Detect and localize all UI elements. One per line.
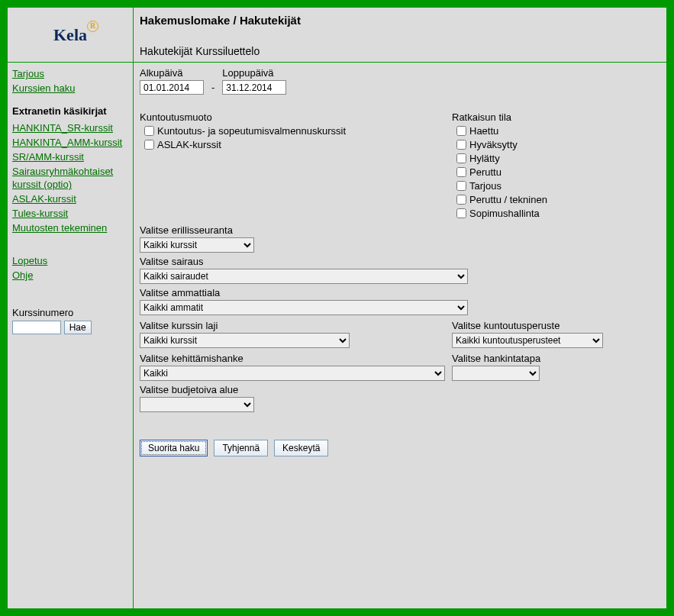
chk-haettu[interactable] [456,126,466,136]
sidebar-link-ohje[interactable]: Ohje [12,269,33,281]
sidebar-link-lopetus[interactable]: Lopetus [12,255,47,266]
sidebar-link-muutosten[interactable]: Muutosten tekeminen [12,222,107,234]
kuntoutusperuste-select[interactable]: Kaikki kuntoutusperusteet [452,333,603,348]
start-date-label: Alkupäivä [140,67,204,79]
sidebar-heading: Extranetin käsikirjat [12,105,131,117]
chk-aslak-kurssit-label: ASLAK-kurssit [157,139,221,150]
page-title: Hakemuslomake / Hakutekijät [140,14,660,27]
erillisseuranta-label: Valitse erillisseuranta [140,224,660,236]
end-date-input[interactable] [222,80,286,95]
kurssinumero-label: Kurssinumero [12,306,131,319]
sidebar-link-tules[interactable]: Tules-kurssit [12,208,68,219]
budjetoiva-alue-label: Valitse budjetoiva alue [140,384,660,395]
app-frame: Kela R Hakemuslomake / Hakutekijät Hakut… [0,0,674,616]
chk-hylatty[interactable] [456,153,466,163]
header-row: Kela R Hakemuslomake / Hakutekijät Hakut… [8,8,666,63]
logo-text: Kela [53,25,87,44]
sairaus-select[interactable]: Kaikki sairaudet [140,269,468,284]
chk-haettu-label: Haettu [469,125,498,137]
sidebar-link-hankinta-amm[interactable]: HANKINTA_AMM-kurssit [12,137,122,148]
sidebar-link-hankinta-sr[interactable]: HANKINTA_SR-kurssit [12,122,113,134]
hankintatapa-select[interactable] [452,366,540,381]
sidebar-link-sr-amm[interactable]: SR/AMM-kurssit [12,151,84,163]
kuntoutusmuoto-label: Kuntoutusmuoto [140,111,449,123]
action-buttons: Suorita haku Tyhjennä Keskeytä [140,440,660,456]
search-button[interactable]: Suorita haku [140,440,208,456]
ammattiala-label: Valitse ammattiala [140,287,660,298]
chk-kuntoutus-kurssit-label: Kuntoutus- ja sopeutumisvalmennuskurssit [157,125,346,137]
ammattiala-select[interactable]: Kaikki ammatit [140,300,468,315]
hae-button[interactable]: Hae [64,321,92,334]
end-date-label: Loppupäivä [222,67,286,79]
sidebar: Tarjous Kurssien haku Extranetin käsikir… [8,63,134,608]
kurssin-laji-select[interactable]: Kaikki kurssit [140,333,350,348]
chk-aslak-kurssit[interactable] [144,140,154,150]
kurssin-laji-label: Valitse kurssin laji [140,320,449,331]
chk-hyvaksytty[interactable] [456,140,466,150]
cancel-button[interactable]: Keskeytä [274,440,328,456]
date-row: Alkupäivä - Loppupäivä [140,66,660,95]
logo-reg-icon: R [87,21,98,32]
budjetoiva-alue-select[interactable] [140,397,254,412]
chk-sopimushallinta[interactable] [456,208,466,218]
erillisseuranta-select[interactable]: Kaikki kurssit [140,237,254,253]
ratkaisun-tila-label: Ratkaisun tila [452,111,660,123]
sairaus-label: Valitse sairaus [140,256,660,267]
body-row: Tarjous Kurssien haku Extranetin käsikir… [8,63,666,608]
kuntoutusperuste-label: Valitse kuntoutusperuste [452,320,660,331]
sidebar-link-kurssien-haku[interactable]: Kurssien haku [12,82,75,94]
chk-peruttu-label: Peruttu [469,166,501,178]
hankintatapa-label: Valitse hankintatapa [452,353,660,364]
filter-columns: Kuntoutusmuoto Kuntoutus- ja sopeutumisv… [140,110,660,221]
sidebar-link-sairausryhma[interactable]: Sairausryhmäkohtaiset kurssit (optio) [12,166,113,190]
chk-peruttu[interactable] [456,167,466,177]
kurssinumero-input[interactable] [12,321,61,334]
page-subtitle: Hakutekijät Kurssiluettelo [140,45,660,57]
main-panel: Alkupäivä - Loppupäivä Kuntoutusmuoto Ku… [134,63,666,608]
clear-button[interactable]: Tyhjennä [214,440,268,456]
chk-peruttu-tekninen-label: Peruttu / tekninen [469,194,547,205]
logo: Kela R [53,25,87,45]
kehittamishanke-label: Valitse kehittämishanke [140,353,449,364]
chk-hylatty-label: Hylätty [469,153,500,164]
sidebar-link-aslak[interactable]: ASLAK-kurssit [12,193,76,205]
start-date-input[interactable] [140,80,204,95]
date-separator: - [211,82,214,95]
title-cell: Hakemuslomake / Hakutekijät Hakutekijät … [134,8,666,62]
chk-kuntoutus-kurssit[interactable] [144,126,154,136]
chk-hyvaksytty-label: Hyväksytty [469,139,518,150]
kehittamishanke-select[interactable]: Kaikki [140,366,445,381]
chk-tarjous[interactable] [456,181,466,191]
chk-tarjous-label: Tarjous [469,180,501,192]
logo-cell: Kela R [8,8,134,62]
chk-peruttu-tekninen[interactable] [456,195,466,205]
chk-sopimushallinta-label: Sopimushallinta [469,208,540,219]
sidebar-link-tarjous[interactable]: Tarjous [12,68,44,79]
